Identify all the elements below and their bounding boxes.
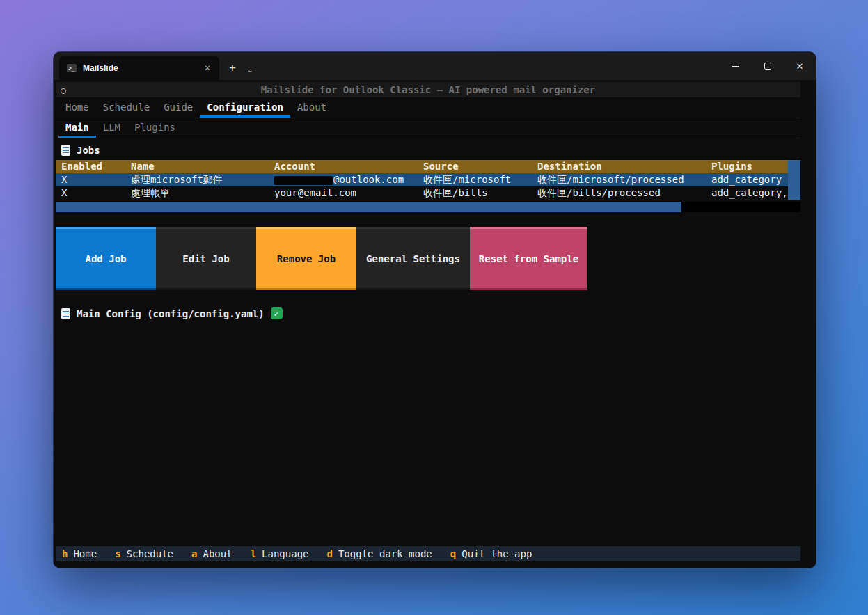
tab-close-icon[interactable]: ✕	[203, 63, 212, 73]
cell-destination: 收件匣/microsoft/processed	[532, 173, 706, 186]
job-actions: Add Job Edit Job Remove Job General Sett…	[56, 227, 800, 290]
horizontal-scrollbar-thumb[interactable]	[56, 202, 681, 212]
app-content: ○ Mailslide for Outlook Classic — AI pow…	[54, 80, 816, 568]
tab-main[interactable]: Main	[58, 118, 96, 138]
footer-label: Home	[73, 548, 97, 559]
footer-key: q	[450, 548, 456, 559]
terminal-tab[interactable]: >_ Mailslide ✕	[59, 56, 219, 80]
footer-key: d	[327, 548, 333, 559]
titlebar: >_ Mailslide ✕ + ⌄ ✕	[54, 52, 816, 80]
main-config-status: Main Config (config/config.yaml) ✓	[61, 308, 800, 319]
jobs-table: Enabled Name Account Source Destination …	[56, 160, 800, 212]
cell-account-visible: @outlook.com	[333, 174, 404, 185]
config-subtabs: Main LLM Plugins	[56, 118, 800, 138]
column-header-name: Name	[125, 160, 269, 173]
add-job-button[interactable]: Add Job	[56, 227, 156, 290]
footer-key: h	[62, 548, 68, 559]
nav-item-home[interactable]: Home	[58, 97, 96, 118]
footer-item-language[interactable]: lLanguage	[251, 548, 309, 559]
cell-enabled: X	[56, 186, 125, 200]
terminal-window: >_ Mailslide ✕ + ⌄ ✕ ○ Mailslide for Out…	[54, 52, 816, 568]
tab-llm[interactable]: LLM	[96, 118, 127, 138]
jobs-table-header: Enabled Name Account Source Destination …	[56, 160, 788, 173]
close-icon: ✕	[796, 61, 804, 72]
nav-item-guide[interactable]: Guide	[157, 97, 200, 118]
minimize-icon	[732, 66, 739, 67]
tab-dropdown-icon[interactable]: ⌄	[247, 66, 253, 74]
footer-label: About	[203, 548, 232, 559]
jobs-section-heading: Jobs	[56, 138, 800, 160]
footer-label: Schedule	[127, 548, 173, 559]
general-settings-button[interactable]: General Settings	[356, 227, 470, 290]
table-row[interactable]: X 處理microsoft郵件 @outlook.com 收件匣/microso…	[56, 173, 788, 186]
window-controls: ✕	[720, 52, 816, 80]
new-tab-button[interactable]: +	[229, 61, 236, 75]
nav-item-schedule[interactable]: Schedule	[96, 97, 157, 118]
main-nav: Home Schedule Guide Configuration About	[56, 97, 800, 118]
cell-account: @outlook.com	[269, 173, 418, 186]
footer-key: s	[115, 548, 120, 559]
command-palette-icon[interactable]: ○	[61, 85, 66, 95]
footer-label: Toggle dark mode	[338, 548, 432, 559]
cell-account: your@email.com	[269, 186, 418, 200]
cell-plugins: add_category	[706, 173, 788, 186]
table-row[interactable]: X 處理帳單 your@email.com 收件匣/bills 收件匣/bill…	[56, 186, 788, 200]
redacted-text	[274, 176, 333, 185]
check-icon: ✓	[271, 308, 283, 319]
footer-item-schedule[interactable]: sSchedule	[115, 548, 173, 559]
footer-keybindings: hHome sSchedule aAbout lLanguage dToggle…	[56, 546, 800, 561]
footer-item-quit[interactable]: qQuit the app	[450, 548, 532, 559]
close-button[interactable]: ✕	[784, 52, 816, 80]
main-config-label: Main Config (config/config.yaml)	[77, 308, 265, 319]
column-header-plugins: Plugins	[706, 160, 788, 173]
footer-item-home[interactable]: hHome	[62, 548, 97, 559]
tab-plugins[interactable]: Plugins	[127, 118, 182, 138]
cell-source: 收件匣/microsoft	[418, 173, 532, 186]
reset-from-sample-button[interactable]: Reset from Sample	[470, 227, 587, 290]
cell-plugins: add_category,	[706, 186, 788, 200]
footer-label: Language	[262, 548, 308, 559]
document-icon	[61, 145, 70, 156]
column-header-enabled: Enabled	[56, 160, 125, 173]
maximize-icon	[764, 63, 771, 70]
horizontal-scrollbar[interactable]	[56, 202, 800, 212]
maximize-button[interactable]	[752, 52, 784, 80]
footer-key: a	[191, 548, 197, 559]
tab-title: Mailslide	[83, 63, 197, 73]
cell-name: 處理microsoft郵件	[125, 173, 269, 186]
app-header: ○ Mailslide for Outlook Classic — AI pow…	[56, 82, 800, 97]
footer-item-toggle-dark-mode[interactable]: dToggle dark mode	[327, 548, 432, 559]
column-header-account: Account	[269, 160, 418, 173]
jobs-heading-label: Jobs	[77, 145, 100, 156]
column-header-source: Source	[418, 160, 532, 173]
vertical-scrollbar[interactable]	[788, 160, 800, 200]
column-header-destination: Destination	[532, 160, 706, 173]
app-title: Mailslide for Outlook Classic — AI power…	[56, 84, 800, 95]
terminal-icon: >_	[66, 63, 77, 74]
nav-item-about[interactable]: About	[290, 97, 333, 118]
footer-label: Quit the app	[461, 548, 532, 559]
document-icon	[61, 308, 70, 319]
svg-text:>_: >_	[68, 65, 75, 72]
cell-enabled: X	[56, 173, 125, 186]
cell-destination: 收件匣/bills/processed	[532, 186, 706, 200]
cell-source: 收件匣/bills	[418, 186, 532, 200]
cell-name: 處理帳單	[125, 186, 269, 200]
footer-item-about[interactable]: aAbout	[191, 548, 232, 559]
remove-job-button[interactable]: Remove Job	[256, 227, 356, 290]
nav-item-configuration[interactable]: Configuration	[200, 97, 290, 118]
edit-job-button[interactable]: Edit Job	[156, 227, 256, 290]
minimize-button[interactable]	[720, 52, 752, 80]
footer-key: l	[251, 548, 256, 559]
